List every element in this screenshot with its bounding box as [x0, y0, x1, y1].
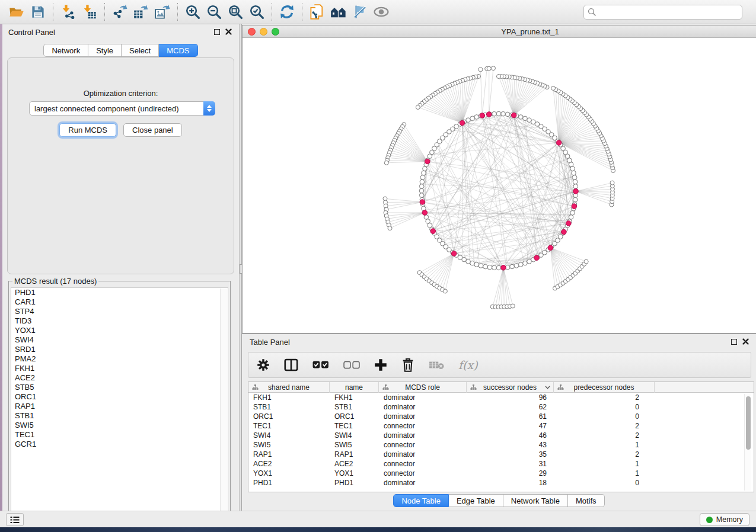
mcds-result-item[interactable]: TID3 — [11, 316, 228, 326]
memory-button[interactable]: Memory — [700, 513, 749, 526]
function-builder-icon[interactable]: f(x) — [458, 358, 478, 371]
export-network-icon[interactable] — [109, 2, 130, 22]
minimize-window-icon[interactable] — [260, 28, 267, 36]
hide-details-icon[interactable] — [349, 2, 371, 22]
mcds-result-item[interactable]: FKH1 — [11, 364, 228, 373]
mcds-result-item[interactable]: PMA2 — [11, 354, 228, 364]
mcds-result-item[interactable]: SRD1 — [11, 345, 228, 354]
optimization-criterion-value: largest connected component (undirected) — [30, 104, 203, 113]
mcds-result-item[interactable]: GCR1 — [11, 440, 228, 449]
control-panel-tabs: Network Style Select MCDS — [43, 44, 197, 57]
mcds-list-scrollbar[interactable] — [220, 289, 227, 520]
mcds-result-item[interactable]: ORC1 — [11, 392, 228, 402]
table-cell: 0 — [554, 478, 655, 488]
table-scrollbar[interactable] — [744, 394, 751, 491]
search-network-icon[interactable] — [328, 2, 349, 22]
save-session-icon[interactable] — [27, 2, 49, 22]
table-cell: STB1 — [330, 402, 379, 412]
open-file-icon[interactable] — [6, 2, 27, 22]
network-graph[interactable] — [243, 38, 755, 333]
export-table-icon[interactable] — [130, 2, 152, 22]
float-table-panel-icon[interactable] — [731, 339, 737, 345]
table-settings-gear-icon[interactable] — [257, 358, 270, 371]
import-table-icon[interactable] — [79, 2, 100, 22]
column-header-predecessor-nodes[interactable]: predecessor nodes — [554, 382, 655, 393]
show-details-icon[interactable] — [371, 2, 392, 22]
column-header-shared-name[interactable]: shared name — [248, 382, 330, 393]
run-mcds-button[interactable]: Run MCDS — [59, 123, 116, 137]
mcds-result-item[interactable]: SWI5 — [11, 421, 228, 430]
table-row[interactable]: YOX1YOX1connector291 — [248, 469, 754, 478]
mcds-result-item[interactable]: YOX1 — [11, 326, 228, 335]
table-scrollbar-thumb[interactable] — [746, 396, 751, 450]
table-row[interactable]: FKH1FKH1dominator962 — [248, 393, 754, 402]
node-table-header: shared namenameMCDS rolesuccessor nodesp… — [248, 382, 754, 393]
table-row[interactable]: SWI5SWI5connector431 — [248, 440, 754, 450]
task-history-button[interactable] — [6, 513, 24, 526]
share-document-icon[interactable] — [307, 2, 328, 22]
status-bar: Memory — [0, 511, 756, 527]
column-header-MCDS-role[interactable]: MCDS role — [379, 382, 467, 393]
export-image-icon[interactable] — [152, 2, 173, 22]
select-all-icon[interactable] — [312, 360, 329, 370]
table-cell: 43 — [467, 440, 554, 450]
close-window-icon[interactable] — [248, 28, 256, 36]
maximize-window-icon[interactable] — [272, 28, 279, 36]
table-row[interactable]: STB1STB1dominator620 — [248, 402, 754, 412]
refresh-layout-icon[interactable] — [276, 2, 298, 22]
table-cell: dominator — [379, 478, 467, 488]
tab-network-table[interactable]: Network Table — [503, 494, 568, 507]
network-window-titlebar[interactable]: YPA_prune.txt_1 — [243, 25, 756, 38]
column-header-successor-nodes[interactable]: successor nodes — [467, 382, 554, 393]
mcds-result-list[interactable]: PHD1CAR1STP4TID3YOX1SWI4SRD1PMA2FKH1ACE2… — [11, 287, 228, 521]
tab-network[interactable]: Network — [43, 44, 88, 57]
zoom-fit-icon[interactable] — [225, 2, 246, 22]
optimization-criterion-select[interactable]: largest connected component (undirected) — [29, 101, 215, 116]
mcds-result-item[interactable]: TEC1 — [11, 430, 228, 440]
optimization-criterion-label: Optimization criterion: — [8, 89, 234, 98]
tab-select[interactable]: Select — [122, 44, 159, 57]
table-row[interactable]: RAP1RAP1dominator352 — [248, 450, 754, 459]
close-panel-button[interactable]: Close panel — [123, 123, 182, 137]
table-cell: YOX1 — [248, 469, 330, 478]
add-column-icon[interactable] — [374, 358, 387, 371]
float-panel-icon[interactable] — [214, 29, 220, 35]
zoom-in-icon[interactable] — [182, 2, 203, 22]
mcds-result-item[interactable]: ACE2 — [11, 373, 228, 383]
mcds-result-item[interactable]: CAR1 — [11, 297, 228, 307]
toolbar-separator — [272, 3, 272, 21]
table-cell: 2 — [554, 450, 655, 459]
table-cell: 61 — [467, 412, 554, 421]
table-row[interactable]: PHD1PHD1dominator180 — [248, 478, 754, 488]
mcds-result-item[interactable]: STB5 — [11, 383, 228, 392]
close-panel-icon[interactable] — [225, 28, 232, 35]
table-cell: connector — [379, 469, 467, 478]
delete-column-trash-icon[interactable] — [401, 358, 414, 372]
show-columns-icon[interactable] — [284, 358, 298, 371]
mcds-result-item[interactable]: RAP1 — [11, 402, 228, 411]
column-label: predecessor nodes — [573, 383, 634, 392]
unselect-all-icon[interactable] — [343, 361, 360, 369]
search-input[interactable] — [583, 5, 742, 20]
tab-node-table[interactable]: Node Table — [393, 494, 449, 507]
zoom-selected-icon[interactable] — [246, 2, 267, 22]
table-row[interactable]: ACE2ACE2connector311 — [248, 459, 754, 469]
table-row[interactable]: SWI4SWI4dominator462 — [248, 431, 754, 440]
delete-table-icon[interactable] — [429, 360, 444, 370]
mcds-result-item[interactable]: STP4 — [11, 307, 228, 316]
close-table-panel-icon[interactable] — [742, 338, 749, 345]
zoom-out-icon[interactable] — [203, 2, 225, 22]
mcds-result-item[interactable]: SWI4 — [11, 335, 228, 345]
mcds-result-item[interactable]: STB1 — [11, 411, 228, 421]
column-header-name[interactable]: name — [330, 382, 379, 393]
network-canvas[interactable] — [243, 38, 755, 333]
tab-mcds[interactable]: MCDS — [159, 44, 197, 57]
mcds-result-item[interactable]: PHD1 — [11, 288, 228, 297]
tab-motifs[interactable]: Motifs — [568, 494, 605, 507]
table-row[interactable]: TEC1TEC1connector472 — [248, 421, 754, 431]
import-network-icon[interactable] — [58, 2, 79, 22]
tab-edge-table[interactable]: Edge Table — [449, 494, 503, 507]
toolbar-separator — [177, 3, 178, 21]
tab-style[interactable]: Style — [88, 44, 122, 57]
table-row[interactable]: ORC1ORC1dominator610 — [248, 412, 754, 421]
